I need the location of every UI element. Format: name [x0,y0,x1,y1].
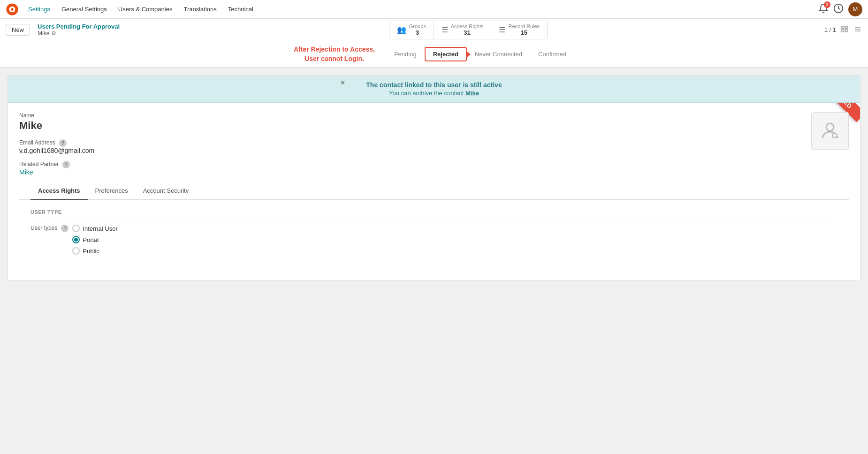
status-pending[interactable]: Pending [386,47,425,61]
svg-rect-4 [842,26,844,29]
svg-rect-7 [845,30,847,32]
email-help-icon[interactable]: ? [59,139,67,147]
alert-title: The contact linked to this user is still… [17,81,851,89]
avatar-placeholder[interactable] [811,112,849,150]
record-rules-stat-button[interactable]: ☰ Record Rules 15 [491,21,548,39]
breadcrumb-current: Mike [38,30,49,37]
related-partner-help-icon[interactable]: ? [62,161,70,168]
user-types-label: User types [30,225,57,231]
groups-label: Groups [409,24,426,29]
notification-button[interactable]: 3 [818,3,829,15]
access-rights-label: Access Rights [451,24,484,29]
user-type-section-title: USER TYPE [30,209,838,218]
gear-icon[interactable]: ⚙ [51,30,56,37]
radio-circle-public [72,247,80,255]
record-rules-label: Record Rules [508,24,540,29]
radio-portal[interactable]: Portal [72,236,117,243]
access-rights-count: 31 [451,29,484,36]
name-value: Mike [19,120,849,132]
radio-public[interactable]: Public [72,247,117,255]
nav-settings[interactable]: Settings [23,3,55,15]
tab-preferences[interactable]: Preferences [88,182,136,200]
svg-rect-5 [845,26,847,29]
top-navigation: Settings General Settings Users & Compan… [0,0,868,19]
groups-count: 3 [409,29,426,36]
related-partner-section: Related Partner ? Mike [19,161,849,176]
nav-right: 3 M [818,2,862,16]
nav-users-companies[interactable]: Users & Companies [114,3,177,15]
user-types-help-icon[interactable]: ? [61,225,69,232]
email-value: v.d.gohil1680@gmail.com [19,147,849,154]
main-content: ARCHIVED ✕ The contact linked to this us… [0,68,868,288]
status-never-connected[interactable]: Never Connected [467,47,530,61]
rejection-message: After Rejection to Access, User cannot L… [294,45,375,63]
name-label: Name [19,112,849,119]
nav-general-settings[interactable]: General Settings [57,3,112,15]
alert-link[interactable]: Mike [465,90,479,97]
breadcrumb: Users Pending For Approval Mike ⚙ [38,23,120,37]
email-label: Email Address [19,139,55,146]
related-partner-link[interactable]: Mike [19,168,33,176]
alert-banner: ✕ The contact linked to this user is sti… [8,76,860,103]
radio-circle-internal [72,225,80,232]
toolbar-stats: 👥 Groups 3 ☰ Access Rights 31 ☰ Record R… [389,21,548,39]
toolbar: New Users Pending For Approval Mike ⚙ 👥 … [0,19,868,41]
record-rules-icon: ☰ [499,25,505,34]
access-rights-stat-button[interactable]: ☰ Access Rights 31 [434,21,492,39]
user-avatar[interactable]: M [848,2,862,16]
email-section: Email Address ? v.d.gohil1680@gmail.com [19,139,849,154]
radio-label-internal: Internal User [83,225,117,232]
alert-close-button[interactable]: ✕ [340,79,345,86]
radio-label-public: Public [83,248,99,255]
form-body: Name Mike Email Address ? v.d.gohil1680@… [8,103,860,280]
new-button[interactable]: New [6,24,30,36]
svg-point-2 [11,8,14,11]
tab-access-rights[interactable]: Access Rights [30,182,88,200]
clock-button[interactable] [833,3,844,15]
user-type-radio-group: Internal User Portal Public [72,225,117,255]
tab-account-security[interactable]: Account Security [136,182,197,200]
alert-subtitle: You can archive the contact Mike [17,90,851,97]
svg-rect-6 [842,30,844,32]
pagination: 1 / 1 [824,26,836,33]
app-logo[interactable] [6,3,19,16]
grid-view-button[interactable] [853,24,862,35]
svg-point-11 [826,123,834,131]
status-rejected[interactable]: Rejected [425,47,467,61]
related-partner-label: Related Partner [19,161,59,167]
nav-translations[interactable]: Translations [179,3,221,15]
radio-internal-user[interactable]: Internal User [72,225,117,232]
breadcrumb-parent[interactable]: Users Pending For Approval [38,23,120,30]
toolbar-right: 1 / 1 [824,24,862,35]
nav-links: Settings General Settings Users & Compan… [23,3,258,15]
access-rights-icon: ☰ [442,25,448,34]
groups-stat-button[interactable]: 👥 Groups 3 [389,21,434,39]
user-types-row: User types ? Internal User Portal [30,225,838,255]
radio-circle-portal [72,236,80,243]
name-section: Name Mike [19,112,849,132]
groups-icon: 👥 [397,25,406,34]
status-steps: Pending Rejected Never Connected Confirm… [386,47,574,61]
tab-content-access-rights: USER TYPE User types ? Internal User [19,200,849,269]
record-rules-count: 15 [508,29,540,36]
status-bar: After Rejection to Access, User cannot L… [0,41,868,68]
form-card: ARCHIVED ✕ The contact linked to this us… [8,75,860,280]
tabs: Access Rights Preferences Account Securi… [19,182,849,200]
notification-badge: 3 [824,1,830,8]
nav-technical[interactable]: Technical [223,3,258,15]
radio-label-portal: Portal [83,236,99,243]
list-view-button[interactable] [840,24,849,35]
status-confirmed[interactable]: Confirmed [530,47,574,61]
